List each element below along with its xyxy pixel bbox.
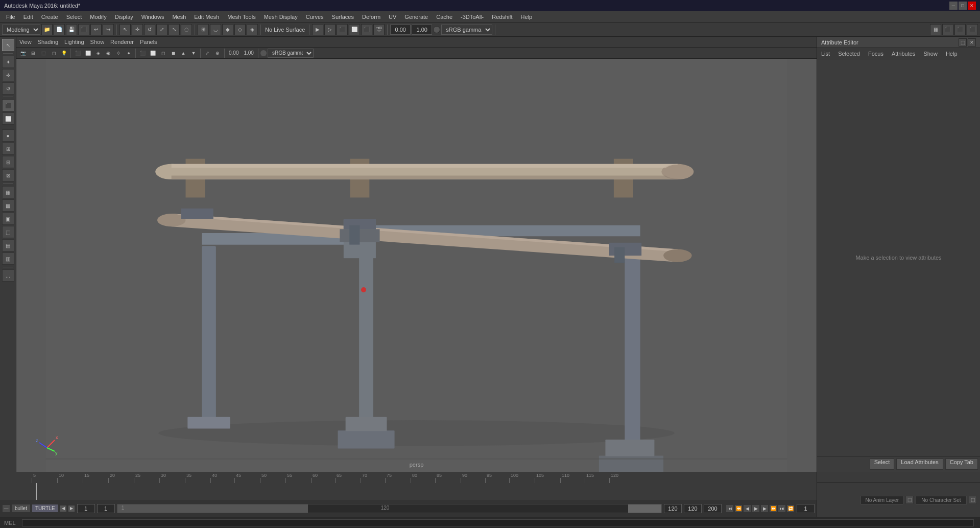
menu-help[interactable]: Help <box>517 13 537 21</box>
vp-menu-show[interactable]: Show <box>87 38 108 46</box>
tool-paint[interactable]: ✦ <box>2 56 14 68</box>
vp-menu-shading[interactable]: Shading <box>35 38 61 46</box>
attr-nav-selected[interactable]: Selected <box>836 50 862 58</box>
pb-skip-end[interactable]: ⏭ <box>778 504 786 513</box>
vp-colorspace-dropdown[interactable]: sRGB gamma <box>268 49 314 58</box>
menu-surfaces[interactable]: Surfaces <box>328 13 358 21</box>
attr-nav-show[interactable]: Show <box>921 50 940 58</box>
tool-box1[interactable]: ⬛ <box>2 99 14 111</box>
menu-modify[interactable]: Modify <box>86 13 110 21</box>
vp-icon2[interactable]: ⊕ <box>213 49 222 58</box>
menu-edit[interactable]: Edit <box>19 13 37 21</box>
vp-wire-btn[interactable]: ⬚ <box>39 49 48 58</box>
tb-layout4[interactable]: ⬛ <box>967 24 978 35</box>
menu-uv[interactable]: UV <box>385 13 400 21</box>
menu-redshift[interactable]: Redshift <box>488 13 516 21</box>
tb-scale[interactable]: ⤢ <box>156 24 168 35</box>
vp-shade-btn2[interactable]: ⬜ <box>83 49 92 58</box>
tb-snap-live[interactable]: ◈ <box>247 24 258 35</box>
tb-snap-view[interactable]: ◇ <box>234 24 246 35</box>
anim-layer-options-btn[interactable]: ⬚ <box>905 496 914 504</box>
tool-box2[interactable]: ⬜ <box>2 112 14 125</box>
tb-redo[interactable]: ↪ <box>103 24 114 35</box>
tb-btn1[interactable]: 📁 <box>41 24 53 35</box>
tb-move[interactable]: ✛ <box>132 24 143 35</box>
menu-mesh-tools[interactable]: Mesh Tools <box>223 13 259 21</box>
vp-icon1[interactable]: ⤢ <box>203 49 212 58</box>
maximize-btn[interactable]: □ <box>959 2 967 10</box>
menu-file[interactable]: File <box>2 13 19 21</box>
tb-layout1[interactable]: ▦ <box>930 24 941 35</box>
range-start-input[interactable] <box>97 504 115 513</box>
select-btn[interactable]: Select <box>870 458 895 470</box>
anim-end-input[interactable] <box>704 504 722 513</box>
vp-display1[interactable]: ⬛ <box>138 49 147 58</box>
attr-nav-attributes[interactable]: Attributes <box>890 50 917 58</box>
attr-close-btn[interactable]: ✕ <box>968 38 976 47</box>
timeline-range-track[interactable]: 1 120 <box>117 504 662 513</box>
value1-input[interactable] <box>390 25 411 35</box>
tb-render[interactable]: ▶ <box>312 24 323 35</box>
menu-deform[interactable]: Deform <box>358 13 385 21</box>
attr-nav-focus[interactable]: Focus <box>866 50 886 58</box>
attr-float-btn[interactable]: ⬚ <box>959 38 967 47</box>
menu-create[interactable]: Create <box>37 13 62 21</box>
vp-menu-view[interactable]: View <box>16 38 35 46</box>
vp-grid-btn[interactable]: ⊞ <box>29 49 38 58</box>
tb-btn3[interactable]: 💾 <box>66 24 77 35</box>
tb-rotate[interactable]: ↺ <box>144 24 155 35</box>
tb-stop[interactable]: ⬛ <box>337 24 348 35</box>
tb-universal[interactable]: ⤡ <box>169 24 180 35</box>
command-input[interactable] <box>22 519 974 526</box>
tool-box4[interactable]: ⊟ <box>2 156 14 168</box>
menu-mesh[interactable]: Mesh <box>168 13 190 21</box>
menu-select[interactable]: Select <box>62 13 86 21</box>
vp-shade-btn5[interactable]: ◊ <box>114 49 123 58</box>
tb-soft[interactable]: ◌ <box>181 24 192 35</box>
tool-box5[interactable]: ⊠ <box>2 169 14 181</box>
current-frame-input[interactable] <box>77 504 95 513</box>
timeline-track[interactable] <box>0 483 817 500</box>
vp-display2[interactable]: ⬜ <box>148 49 157 58</box>
tool-select-arrow[interactable]: ↖ <box>2 39 14 51</box>
tb-snap-point[interactable]: ◆ <box>222 24 233 35</box>
anim-start-input[interactable] <box>684 504 702 513</box>
copy-tab-btn[interactable]: Copy Tab <box>945 458 978 470</box>
menu-display[interactable]: Display <box>111 13 137 21</box>
value2-input[interactable] <box>412 25 432 35</box>
no-anim-layer-box[interactable]: No Anim Layer <box>861 496 903 504</box>
pb-next-key[interactable]: ⏩ <box>769 504 777 513</box>
tool-grid2[interactable]: ▩ <box>2 199 14 212</box>
layer-prev-btn[interactable]: ◀ <box>60 505 67 512</box>
vp-display4[interactable]: ◼ <box>169 49 178 58</box>
menu-generate[interactable]: Generate <box>400 13 432 21</box>
tool-move[interactable]: ✛ <box>2 69 14 81</box>
tb-btn4[interactable]: ⬛ <box>78 24 89 35</box>
vp-shade-btn4[interactable]: ◉ <box>104 49 113 58</box>
tb-undo[interactable]: ↩ <box>90 24 102 35</box>
menu-edit-mesh[interactable]: Edit Mesh <box>190 13 223 21</box>
layer-next-btn[interactable]: ▶ <box>68 505 75 512</box>
vp-menu-panels[interactable]: Panels <box>137 38 160 46</box>
tool-grid5[interactable]: ▤ <box>2 239 14 251</box>
tb-render2[interactable]: ⬜ <box>349 24 360 35</box>
tb-btn2[interactable]: 📄 <box>54 24 65 35</box>
vp-display3[interactable]: ◻ <box>158 49 168 58</box>
no-character-set-box[interactable]: No Character Set <box>916 496 967 504</box>
tool-grid6[interactable]: ▥ <box>2 252 14 265</box>
bullet-layer-btn[interactable]: bullet <box>11 504 31 513</box>
menu-3dtoall[interactable]: -3DToAll- <box>457 13 488 21</box>
tool-grid4[interactable]: ⬚ <box>2 226 14 238</box>
menu-mesh-display[interactable]: Mesh Display <box>260 13 302 21</box>
tb-snap-grid[interactable]: ⊞ <box>198 24 209 35</box>
tb-select[interactable]: ↖ <box>119 24 131 35</box>
vp-light-btn[interactable]: 💡 <box>59 49 68 58</box>
tool-rotate[interactable]: ↺ <box>2 82 14 95</box>
tool-box3[interactable]: ⊞ <box>2 143 14 155</box>
vp-menu-renderer[interactable]: Renderer <box>107 38 137 46</box>
vp-menu-lighting[interactable]: Lighting <box>61 38 87 46</box>
vp-smooth-btn[interactable]: ◻ <box>49 49 58 58</box>
pb-skip-start[interactable]: ⏮ <box>726 504 734 513</box>
tb-ipr[interactable]: ▷ <box>324 24 336 35</box>
vp-shade-btn1[interactable]: ⬛ <box>73 49 82 58</box>
